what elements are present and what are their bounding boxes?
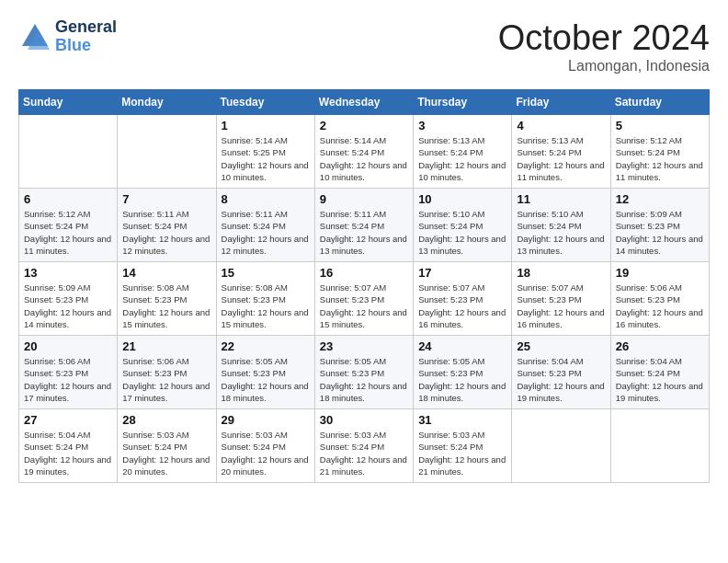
- cell-info: Sunrise: 5:06 AM Sunset: 5:23 PM Dayligh…: [122, 355, 210, 404]
- calendar-cell: 1Sunrise: 5:14 AM Sunset: 5:25 PM Daylig…: [216, 115, 314, 189]
- day-number: 5: [616, 119, 704, 132]
- day-number: 21: [122, 339, 210, 353]
- cell-info: Sunrise: 5:06 AM Sunset: 5:23 PM Dayligh…: [24, 355, 112, 404]
- cell-info: Sunrise: 5:05 AM Sunset: 5:23 PM Dayligh…: [418, 355, 506, 404]
- cell-info: Sunrise: 5:07 AM Sunset: 5:23 PM Dayligh…: [517, 282, 605, 330]
- calendar-cell: 28Sunrise: 5:03 AM Sunset: 5:24 PM Dayli…: [118, 409, 216, 483]
- day-number: 2: [320, 119, 408, 132]
- calendar-cell: 2Sunrise: 5:14 AM Sunset: 5:24 PM Daylig…: [314, 115, 413, 189]
- day-number: 30: [320, 413, 408, 427]
- weekday-header-monday: Monday: [118, 90, 216, 115]
- cell-info: Sunrise: 5:04 AM Sunset: 5:24 PM Dayligh…: [24, 429, 112, 477]
- weekday-header-tuesday: Tuesday: [216, 90, 314, 115]
- cell-info: Sunrise: 5:04 AM Sunset: 5:24 PM Dayligh…: [616, 355, 704, 404]
- calendar-cell: 5Sunrise: 5:12 AM Sunset: 5:24 PM Daylig…: [610, 115, 709, 189]
- weekday-header-thursday: Thursday: [414, 90, 512, 115]
- day-number: 18: [517, 266, 605, 280]
- calendar-table: SundayMondayTuesdayWednesdayThursdayFrid…: [18, 89, 710, 483]
- day-number: 1: [222, 119, 310, 132]
- cell-info: Sunrise: 5:05 AM Sunset: 5:23 PM Dayligh…: [320, 355, 408, 404]
- calendar-cell: 26Sunrise: 5:04 AM Sunset: 5:24 PM Dayli…: [610, 336, 709, 409]
- cell-info: Sunrise: 5:12 AM Sunset: 5:24 PM Dayligh…: [24, 208, 112, 257]
- day-number: 29: [222, 413, 310, 427]
- cell-info: Sunrise: 5:11 AM Sunset: 5:24 PM Dayligh…: [222, 208, 310, 257]
- cell-info: Sunrise: 5:14 AM Sunset: 5:25 PM Dayligh…: [222, 134, 310, 183]
- day-number: 25: [517, 339, 605, 353]
- calendar-cell: 6Sunrise: 5:12 AM Sunset: 5:24 PM Daylig…: [19, 189, 118, 262]
- cell-info: Sunrise: 5:09 AM Sunset: 5:23 PM Dayligh…: [24, 282, 112, 330]
- cell-info: Sunrise: 5:04 AM Sunset: 5:23 PM Dayligh…: [517, 355, 605, 404]
- calendar-cell: 20Sunrise: 5:06 AM Sunset: 5:23 PM Dayli…: [19, 336, 118, 409]
- day-number: 19: [616, 266, 704, 280]
- calendar-cell: [512, 409, 610, 483]
- calendar-cell: 23Sunrise: 5:05 AM Sunset: 5:23 PM Dayli…: [314, 336, 413, 409]
- calendar-cell: 21Sunrise: 5:06 AM Sunset: 5:23 PM Dayli…: [118, 336, 216, 409]
- cell-info: Sunrise: 5:07 AM Sunset: 5:23 PM Dayligh…: [320, 282, 408, 330]
- cell-info: Sunrise: 5:13 AM Sunset: 5:24 PM Dayligh…: [418, 134, 506, 183]
- calendar-cell: 9Sunrise: 5:11 AM Sunset: 5:24 PM Daylig…: [314, 189, 413, 262]
- day-number: 27: [24, 413, 112, 427]
- calendar-cell: 3Sunrise: 5:13 AM Sunset: 5:24 PM Daylig…: [414, 115, 512, 189]
- calendar-cell: [118, 115, 216, 189]
- calendar-cell: 14Sunrise: 5:08 AM Sunset: 5:23 PM Dayli…: [118, 262, 216, 336]
- title-block: October 2024 Lamongan, Indonesia: [498, 18, 710, 75]
- cell-info: Sunrise: 5:06 AM Sunset: 5:23 PM Dayligh…: [616, 282, 704, 330]
- weekday-header-sunday: Sunday: [19, 90, 118, 115]
- calendar-cell: 10Sunrise: 5:10 AM Sunset: 5:24 PM Dayli…: [414, 189, 512, 262]
- cell-info: Sunrise: 5:14 AM Sunset: 5:24 PM Dayligh…: [320, 134, 408, 183]
- calendar-cell: 18Sunrise: 5:07 AM Sunset: 5:23 PM Dayli…: [512, 262, 610, 336]
- cell-info: Sunrise: 5:12 AM Sunset: 5:24 PM Dayligh…: [616, 134, 704, 183]
- week-row-2: 6Sunrise: 5:12 AM Sunset: 5:24 PM Daylig…: [19, 189, 710, 262]
- cell-info: Sunrise: 5:10 AM Sunset: 5:24 PM Dayligh…: [418, 208, 506, 257]
- cell-info: Sunrise: 5:11 AM Sunset: 5:24 PM Dayligh…: [122, 208, 210, 257]
- calendar-cell: 7Sunrise: 5:11 AM Sunset: 5:24 PM Daylig…: [118, 189, 216, 262]
- week-row-5: 27Sunrise: 5:04 AM Sunset: 5:24 PM Dayli…: [19, 409, 710, 483]
- day-number: 12: [616, 192, 704, 206]
- logo: General Blue: [18, 18, 117, 55]
- calendar-cell: 31Sunrise: 5:03 AM Sunset: 5:24 PM Dayli…: [414, 409, 512, 483]
- cell-info: Sunrise: 5:05 AM Sunset: 5:23 PM Dayligh…: [222, 355, 310, 404]
- day-number: 31: [418, 413, 506, 427]
- calendar-cell: 13Sunrise: 5:09 AM Sunset: 5:23 PM Dayli…: [19, 262, 118, 336]
- calendar-cell: 12Sunrise: 5:09 AM Sunset: 5:23 PM Dayli…: [610, 189, 709, 262]
- week-row-4: 20Sunrise: 5:06 AM Sunset: 5:23 PM Dayli…: [19, 336, 710, 409]
- day-number: 24: [418, 339, 506, 353]
- calendar-cell: 22Sunrise: 5:05 AM Sunset: 5:23 PM Dayli…: [216, 336, 314, 409]
- calendar-cell: 16Sunrise: 5:07 AM Sunset: 5:23 PM Dayli…: [314, 262, 413, 336]
- calendar-cell: 29Sunrise: 5:03 AM Sunset: 5:24 PM Dayli…: [216, 409, 314, 483]
- page-header: General Blue October 2024 Lamongan, Indo…: [18, 18, 710, 75]
- cell-info: Sunrise: 5:11 AM Sunset: 5:24 PM Dayligh…: [320, 208, 408, 257]
- day-number: 10: [418, 192, 506, 206]
- day-number: 28: [122, 413, 210, 427]
- calendar-cell: 4Sunrise: 5:13 AM Sunset: 5:24 PM Daylig…: [512, 115, 610, 189]
- day-number: 20: [24, 339, 112, 353]
- day-number: 8: [222, 192, 310, 206]
- logo-icon: [18, 20, 51, 53]
- day-number: 17: [418, 266, 506, 280]
- cell-info: Sunrise: 5:03 AM Sunset: 5:24 PM Dayligh…: [418, 429, 506, 477]
- calendar-cell: 19Sunrise: 5:06 AM Sunset: 5:23 PM Dayli…: [610, 262, 709, 336]
- header-row: SundayMondayTuesdayWednesdayThursdayFrid…: [19, 90, 710, 115]
- day-number: 15: [222, 266, 310, 280]
- calendar-cell: 8Sunrise: 5:11 AM Sunset: 5:24 PM Daylig…: [216, 189, 314, 262]
- month-title: October 2024: [498, 18, 710, 58]
- cell-info: Sunrise: 5:03 AM Sunset: 5:24 PM Dayligh…: [320, 429, 408, 477]
- cell-info: Sunrise: 5:10 AM Sunset: 5:24 PM Dayligh…: [517, 208, 605, 257]
- cell-info: Sunrise: 5:13 AM Sunset: 5:24 PM Dayligh…: [517, 134, 605, 183]
- weekday-header-friday: Friday: [512, 90, 610, 115]
- week-row-1: 1Sunrise: 5:14 AM Sunset: 5:25 PM Daylig…: [19, 115, 710, 189]
- logo-text: General Blue: [55, 18, 117, 55]
- calendar-cell: 30Sunrise: 5:03 AM Sunset: 5:24 PM Dayli…: [314, 409, 413, 483]
- day-number: 9: [320, 192, 408, 206]
- cell-info: Sunrise: 5:08 AM Sunset: 5:23 PM Dayligh…: [222, 282, 310, 330]
- calendar-cell: 27Sunrise: 5:04 AM Sunset: 5:24 PM Dayli…: [19, 409, 118, 483]
- day-number: 4: [517, 119, 605, 132]
- weekday-header-wednesday: Wednesday: [314, 90, 413, 115]
- calendar-cell: 15Sunrise: 5:08 AM Sunset: 5:23 PM Dayli…: [216, 262, 314, 336]
- day-number: 22: [222, 339, 310, 353]
- week-row-3: 13Sunrise: 5:09 AM Sunset: 5:23 PM Dayli…: [19, 262, 710, 336]
- day-number: 11: [517, 192, 605, 206]
- calendar-cell: 25Sunrise: 5:04 AM Sunset: 5:23 PM Dayli…: [512, 336, 610, 409]
- day-number: 14: [122, 266, 210, 280]
- calendar-cell: 17Sunrise: 5:07 AM Sunset: 5:23 PM Dayli…: [414, 262, 512, 336]
